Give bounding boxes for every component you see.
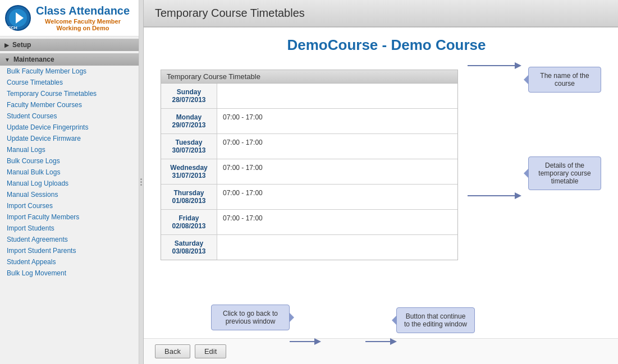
- setup-label: Setup: [12, 41, 31, 49]
- timetable-body: Sunday28/07/2013Monday29/07/201307:00 - …: [161, 84, 457, 260]
- timetable-time-cell: [217, 84, 457, 108]
- sidebar-item-import-students[interactable]: Import Students: [0, 223, 139, 234]
- back-button[interactable]: Back: [155, 344, 190, 358]
- sidebar-item-manual-bulk-logs[interactable]: Manual Bulk Logs: [0, 167, 139, 178]
- sidebar-item-student-courses[interactable]: Student Courses: [0, 110, 139, 122]
- sidebar-nav-list: Bulk Faculty Member LogsCourse Timetable…: [0, 66, 139, 279]
- sidebar-item-manual-sessions[interactable]: Manual Sessions: [0, 189, 139, 200]
- sidebar-item-course-timetables[interactable]: Course Timetables: [0, 77, 139, 88]
- app-title: Class Attendance: [36, 4, 130, 17]
- tooltip-timetable-details: Details of the temporary course timetabl…: [528, 156, 601, 190]
- timetable-time-cell: 07:00 - 17:00: [217, 210, 457, 234]
- sidebar-item-manual-log-uploads[interactable]: Manual Log Uploads: [0, 178, 139, 189]
- tooltip-back-text: Click to go back to previous window: [223, 310, 278, 325]
- tooltip-course-name: The name of the course: [528, 67, 601, 93]
- sidebar-item-manual-logs[interactable]: Manual Logs: [0, 144, 139, 155]
- main-content: Temporary Course Timetables DemoCourse -…: [144, 0, 618, 364]
- tooltip-course-name-text: The name of the course: [540, 72, 589, 87]
- sidebar-item-bulk-log-movement[interactable]: Bulk Log Movement: [0, 268, 139, 279]
- timetable-time-cell: 07:00 - 17:00: [217, 159, 457, 184]
- page-header: Temporary Course Timetables: [144, 0, 618, 27]
- timetable-details-arrow: [468, 185, 535, 207]
- content-area: DemoCourse - Demo Course Temporary Cours…: [144, 27, 618, 338]
- timetable-day-cell: Wednesday31/07/2013: [161, 159, 217, 184]
- timetable-day-cell: Monday29/07/2013: [161, 109, 217, 133]
- sidebar-section-setup: ▶ Setup: [0, 39, 139, 51]
- maintenance-arrow-icon: ▼: [4, 57, 10, 63]
- maintenance-label: Maintenance: [13, 56, 54, 63]
- timetable-day-cell: Sunday28/07/2013: [161, 84, 217, 108]
- table-row: Thursday01/08/201307:00 - 17:00: [161, 185, 457, 210]
- app-logo: ECH: [4, 4, 31, 31]
- table-row: Sunday28/07/2013: [161, 84, 457, 109]
- sidebar-item-update-device-firmware[interactable]: Update Device Firmware: [0, 133, 139, 144]
- timetable-time-cell: [217, 235, 457, 260]
- sidebar-item-student-appeals[interactable]: Student Appeals: [0, 256, 139, 268]
- timetable-day-cell: Tuesday30/07/2013: [161, 134, 217, 159]
- sidebar-section-maintenance: ▼ Maintenance Bulk Faculty Member LogsCo…: [0, 53, 139, 279]
- sidebar: ECH Class Attendance Welcome Faculty Mem…: [0, 0, 139, 364]
- table-row: Tuesday30/07/201307:00 - 17:00: [161, 134, 457, 159]
- table-row: Friday02/08/201307:00 - 17:00: [161, 210, 457, 235]
- footer-area: Click to go back to previous window Back…: [144, 338, 618, 364]
- setup-arrow-icon: ▶: [4, 42, 9, 48]
- timetable-time-cell: 07:00 - 17:00: [217, 134, 457, 159]
- page-title: Temporary Course Timetables: [155, 7, 305, 19]
- sidebar-item-import-courses[interactable]: Import Courses: [0, 200, 139, 211]
- sidebar-resize-handle[interactable]: [139, 0, 144, 364]
- tooltip-edit-button: Button that continue to the editing wind…: [396, 307, 475, 333]
- svg-text:ECH: ECH: [8, 25, 17, 30]
- tooltip-back-button: Click to go back to previous window: [211, 305, 290, 330]
- sidebar-item-update-device-fingerprints[interactable]: Update Device Fingerprints: [0, 122, 139, 133]
- table-row: Monday29/07/201307:00 - 17:00: [161, 109, 457, 134]
- edit-button[interactable]: Edit: [195, 344, 226, 358]
- working-on-text: Working on Demo: [57, 25, 109, 31]
- sidebar-section-maintenance-header[interactable]: ▼ Maintenance: [0, 53, 139, 66]
- sidebar-section-setup-header[interactable]: ▶ Setup: [0, 39, 139, 51]
- timetable-day-cell: Friday02/08/2013: [161, 210, 217, 234]
- course-title: DemoCourse - Demo Course: [287, 36, 486, 54]
- sidebar-header: ECH Class Attendance Welcome Faculty Mem…: [0, 0, 139, 36]
- sidebar-item-import-faculty-members[interactable]: Import Faculty Members: [0, 211, 139, 223]
- table-row: Wednesday31/07/201307:00 - 17:00: [161, 159, 457, 185]
- timetable-day-cell: Thursday01/08/2013: [161, 185, 217, 209]
- app-subtitle: Welcome Faculty Member Working on Demo: [36, 18, 130, 31]
- app-title-group: Class Attendance Welcome Faculty Member …: [36, 4, 130, 31]
- tooltip-timetable-details-text: Details of the temporary course timetabl…: [538, 162, 590, 185]
- sidebar-item-import-student-parents[interactable]: Import Student Parents: [0, 245, 139, 256]
- welcome-text: Welcome Faculty Member: [45, 18, 121, 25]
- sidebar-item-student-agreements[interactable]: Student Agreements: [0, 234, 139, 245]
- tooltip-edit-text: Button that continue to the editing wind…: [404, 312, 467, 328]
- sidebar-item-bulk-faculty-logs[interactable]: Bulk Faculty Member Logs: [0, 66, 139, 77]
- timetable-day-cell: Saturday03/08/2013: [161, 235, 217, 260]
- sidebar-item-faculty-member-courses[interactable]: Faculty Member Courses: [0, 99, 139, 110]
- timetable-container: Temporary Course Timetable Sunday28/07/2…: [161, 70, 458, 260]
- sidebar-item-bulk-course-logs[interactable]: Bulk Course Logs: [0, 155, 139, 167]
- timetable-header: Temporary Course Timetable: [161, 70, 457, 84]
- sidebar-item-temporary-course-timetables[interactable]: Temporary Course Timetables: [0, 88, 139, 99]
- timetable-time-cell: 07:00 - 17:00: [217, 185, 457, 209]
- timetable-time-cell: 07:00 - 17:00: [217, 109, 457, 133]
- table-row: Saturday03/08/2013: [161, 235, 457, 260]
